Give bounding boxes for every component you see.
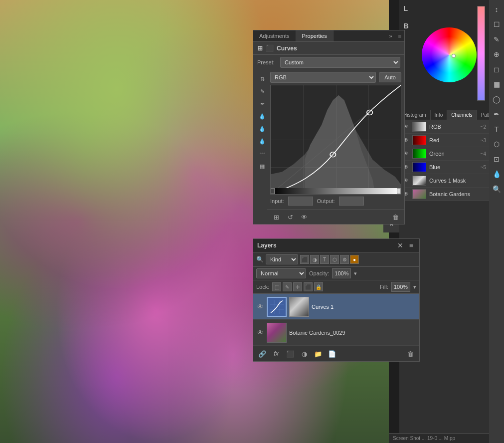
right-tool-brush[interactable]: ✎: [490, 32, 504, 46]
curves-bottom-eye-icon[interactable]: 👁: [299, 212, 309, 222]
filter-type-icon[interactable]: T: [320, 255, 329, 264]
channel-rgb[interactable]: 👁 RGB ~2: [399, 120, 489, 134]
layer-thumb-curves1-adj: [267, 297, 287, 317]
curves-tool-pen[interactable]: ✒: [257, 99, 267, 109]
layer-item-curves1[interactable]: 👁 Curves 1: [253, 294, 419, 320]
curves-tool-smoothen[interactable]: 〰: [257, 149, 267, 159]
opacity-dropdown-icon[interactable]: ▾: [354, 270, 357, 277]
right-tool-crop[interactable]: ⊡: [490, 152, 504, 166]
properties-panel: Adjustments Properties » ≡ ⊞ ⬛ Curves Pr…: [253, 30, 405, 224]
right-tool-gradient[interactable]: ▦: [490, 77, 504, 91]
right-tool-shape[interactable]: ⬡: [490, 137, 504, 151]
blend-mode-select[interactable]: Normal: [256, 268, 306, 278]
tab-channels[interactable]: Channels: [447, 110, 477, 120]
curves-tool-eyedropper-white[interactable]: 💧: [257, 136, 267, 146]
fill-input[interactable]: [391, 282, 410, 292]
tab-adjustments[interactable]: Adjustments: [253, 30, 296, 41]
layer-name-botanic: Botanic Gardens_0029: [289, 330, 345, 336]
input-label: Input:: [270, 198, 284, 204]
panel-expand-icon[interactable]: »: [386, 31, 395, 40]
channel-key-blue: ~5: [481, 165, 486, 170]
lock-artboard-icon[interactable]: ⬛: [304, 282, 313, 291]
layers-new-icon[interactable]: 📄: [327, 349, 337, 359]
layers-mask-icon[interactable]: ⬛: [285, 349, 295, 359]
channel-red[interactable]: 👁 Red ~3: [399, 134, 489, 147]
right-tool-eyedropper[interactable]: 💧: [490, 167, 504, 181]
channel-blue[interactable]: 👁 Blue ~5: [399, 161, 489, 174]
channel-select[interactable]: RGB: [270, 72, 376, 83]
layer-thumb-botanic: [267, 323, 287, 343]
output-value[interactable]: [339, 197, 364, 206]
layer-visibility-curves1[interactable]: 👁: [256, 303, 264, 311]
right-tool-type[interactable]: T: [490, 122, 504, 136]
svg-line-0: [271, 85, 401, 194]
curves-title: Curves: [277, 45, 297, 52]
curves-tool-eyedropper-grey[interactable]: 💧: [257, 124, 267, 134]
channel-thumb-rgb: [412, 122, 426, 132]
right-tool-clone[interactable]: ⊕: [490, 47, 504, 61]
tab-properties[interactable]: Properties: [296, 30, 334, 41]
panel-tabs-row: Adjustments Properties » ≡: [253, 30, 404, 42]
layer-name-curves1: Curves 1: [312, 304, 334, 310]
curves-grid-icon: ⊞: [257, 44, 263, 52]
panel-menu-icon[interactable]: ≡: [395, 31, 404, 40]
layers-adj-icon[interactable]: ◑: [299, 349, 309, 359]
filter-smart-icon[interactable]: ⚙: [340, 255, 349, 264]
layers-fx-icon[interactable]: fx: [271, 349, 281, 359]
channel-name-botanic: Botanic Gardens: [429, 191, 470, 197]
curves-slider-left[interactable]: [271, 188, 275, 194]
channel-thumb-mask: [412, 176, 426, 186]
preset-select[interactable]: Custom: [280, 57, 400, 68]
lock-move-icon[interactable]: ✛: [293, 282, 302, 291]
fill-dropdown-icon[interactable]: ▾: [413, 284, 416, 290]
curves-bottom-trash-icon[interactable]: 🗑: [390, 212, 400, 222]
channel-thumb-red: [412, 135, 426, 145]
curves-bottom-grid-icon[interactable]: ⊞: [271, 212, 281, 222]
layer-visibility-botanic[interactable]: 👁: [256, 329, 264, 337]
filter-pixel-icon[interactable]: ⬛: [300, 255, 309, 264]
filter-adj-icon[interactable]: ◑: [310, 255, 319, 264]
right-tool-move[interactable]: ↕: [490, 2, 504, 16]
channel-key-rgb: ~2: [481, 124, 486, 130]
curves-tool-eyedropper-black[interactable]: 💧: [257, 111, 267, 121]
opacity-input[interactable]: [332, 268, 351, 278]
layers-trash-icon[interactable]: 🗑: [405, 349, 415, 359]
lock-all-icon[interactable]: 🔒: [314, 282, 323, 291]
layers-bottom-bar: 🔗 fx ⬛ ◑ 📁 📄 🗑: [253, 346, 419, 361]
curves-tool-point[interactable]: ✎: [257, 86, 267, 96]
channel-curves-mask[interactable]: 👁 Curves 1 Mask: [399, 174, 489, 188]
filter-circle-icon[interactable]: ●: [350, 255, 359, 264]
channel-key-green: ~4: [481, 151, 486, 157]
color-picker-dot[interactable]: [452, 54, 456, 58]
lock-brush-icon[interactable]: ✎: [283, 282, 292, 291]
curves-graph[interactable]: [270, 85, 401, 195]
filter-shape-icon[interactable]: ⬡: [330, 255, 339, 264]
curves-bottom-refresh-icon[interactable]: ↺: [285, 212, 295, 222]
letter-l-label: L: [403, 4, 409, 12]
tab-info[interactable]: Info: [431, 110, 448, 120]
curves-tool-eyedropper-auto[interactable]: ⇅: [257, 74, 267, 84]
lock-transparent-icon[interactable]: ⬚: [272, 282, 281, 291]
layers-link-icon[interactable]: 🔗: [257, 349, 267, 359]
layers-group-icon[interactable]: 📁: [313, 349, 323, 359]
curves-tool-histogram[interactable]: ▦: [257, 161, 267, 171]
channel-green[interactable]: 👁 Green ~4: [399, 147, 489, 161]
channel-botanic[interactable]: 👁 Botanic Gardens: [399, 188, 489, 201]
auto-button[interactable]: Auto: [379, 72, 401, 82]
right-tool-zoom[interactable]: 🔍: [490, 182, 504, 196]
layers-header: Layers ✕ ≡: [253, 239, 419, 252]
color-wheel[interactable]: [422, 27, 477, 82]
right-tool-eraser[interactable]: ◻: [490, 62, 504, 76]
layers-close-btn[interactable]: ✕: [395, 241, 405, 249]
layer-item-botanic[interactable]: 👁 Botanic Gardens_0029: [253, 320, 419, 346]
layers-menu-btn[interactable]: ≡: [407, 241, 415, 249]
right-tool-dodge[interactable]: ◯: [490, 92, 504, 106]
right-tool-select[interactable]: ☐: [490, 17, 504, 31]
input-value[interactable]: [288, 197, 313, 206]
channel-select-row: RGB Auto: [270, 72, 401, 83]
curves-camera-icon: ⬛: [266, 44, 274, 52]
right-tool-pen[interactable]: ✒: [490, 107, 504, 121]
input-output-row: Input: Output:: [270, 195, 401, 208]
filter-kind-select[interactable]: Kind: [266, 254, 298, 264]
curves-slider-right[interactable]: [397, 188, 401, 194]
